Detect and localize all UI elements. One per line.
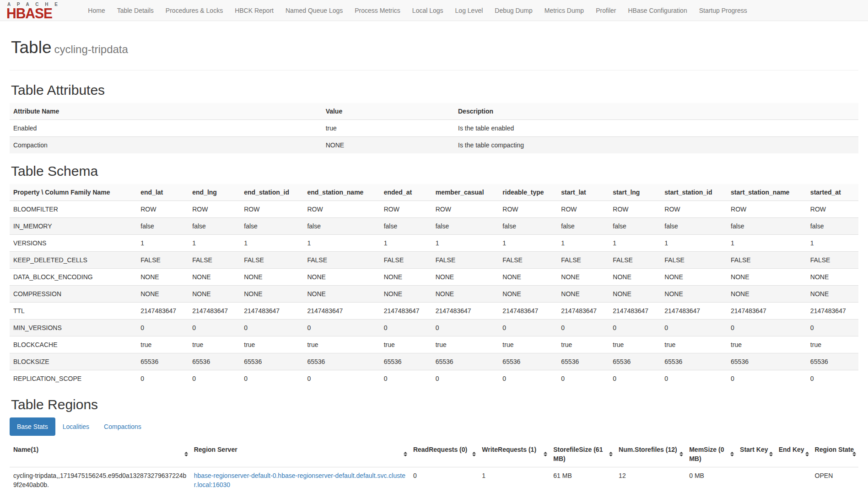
schema-value-cell: false (609, 217, 661, 234)
tab-localities[interactable]: Localities (55, 417, 97, 436)
nav-item-hbck-report[interactable]: HBCK Report (229, 7, 280, 14)
schema-value-cell: NONE (432, 285, 499, 302)
attributes-column-header: Description (454, 103, 858, 120)
schema-property-cell: VERSIONS (10, 234, 137, 251)
schema-column-header: end_station_id (240, 184, 303, 201)
regions-column-header-memsize-0-mb[interactable]: MemSize (0 MB) (685, 441, 736, 467)
nav-item-startup-progress[interactable]: Startup Progress (693, 7, 753, 14)
start-key-cell (736, 467, 775, 493)
schema-value-cell: FALSE (609, 251, 661, 268)
sort-icon[interactable] (805, 452, 809, 456)
table-row: BLOCKSIZE6553665536655366553665536655366… (10, 353, 858, 370)
regions-column-header-end-key[interactable]: End Key (775, 441, 811, 467)
schema-value-cell: false (661, 217, 727, 234)
regions-column-header-region-server[interactable]: Region Server (190, 441, 410, 467)
nav-item-metrics-dump[interactable]: Metrics Dump (539, 7, 590, 14)
sort-up-arrow-icon (472, 452, 476, 454)
nav-item-process-metrics[interactable]: Process Metrics (349, 7, 406, 14)
schema-value-cell: FALSE (807, 251, 858, 268)
regions-column-header-start-key[interactable]: Start Key (736, 441, 775, 467)
schema-value-cell: ROW (137, 200, 189, 217)
schema-value-cell: ROW (189, 200, 240, 217)
sort-icon[interactable] (544, 452, 547, 456)
attributes-column-header: Attribute Name (10, 103, 322, 120)
sort-down-arrow-icon (544, 455, 547, 456)
regions-column-header-num-storefiles-12[interactable]: Num.Storefiles (12) (615, 441, 685, 467)
region-server-link[interactable]: hbase-regionserver-default-0.hbase-regio… (194, 472, 405, 488)
schema-value-cell: NONE (609, 285, 661, 302)
sort-icon[interactable] (730, 452, 734, 456)
regions-heading: Table Regions (11, 397, 858, 412)
tab-base-stats[interactable]: Base Stats (10, 417, 55, 436)
regions-column-label: End Key (779, 446, 804, 453)
schema-value-cell: 65536 (727, 353, 807, 370)
schema-value-cell: true (240, 336, 303, 353)
schema-value-cell: FALSE (303, 251, 380, 268)
schema-value-cell: true (727, 336, 807, 353)
schema-value-cell: false (189, 217, 240, 234)
schema-column-header: rideable_type (499, 184, 557, 201)
schema-value-cell: 0 (303, 319, 380, 336)
schema-value-cell: 0 (609, 370, 661, 387)
nav-item-named-queue-logs[interactable]: Named Queue Logs (280, 7, 349, 14)
sort-icon[interactable] (472, 452, 476, 456)
schema-value-cell: 2147483647 (661, 302, 727, 319)
hbase-logo[interactable]: A P A C H E HBASE (4, 1, 63, 20)
schema-value-cell: 2147483647 (609, 302, 661, 319)
nav-item-home[interactable]: Home (82, 7, 111, 14)
sort-icon[interactable] (769, 452, 773, 456)
schema-column-header: start_station_id (661, 184, 727, 201)
nav-item-procedures-locks[interactable]: Procedures & Locks (160, 7, 229, 14)
schema-value-cell: true (432, 336, 499, 353)
sort-down-arrow-icon (609, 455, 613, 456)
regions-column-header-readrequests-0[interactable]: ReadRequests (0) (410, 441, 478, 467)
end-key-cell (775, 467, 811, 493)
schema-value-cell: FALSE (380, 251, 432, 268)
region-state-cell: OPEN (811, 467, 858, 493)
schema-value-cell: ROW (661, 200, 727, 217)
sort-icon[interactable] (404, 452, 407, 456)
schema-value-cell: 0 (807, 370, 858, 387)
regions-column-header-writerequests-1[interactable]: WriteRequests (1) (478, 441, 550, 467)
schema-value-cell: NONE (609, 268, 661, 285)
regions-column-label: Name(1) (13, 446, 38, 453)
regions-column-header-storefilesize-61-mb[interactable]: StorefileSize (61 MB) (550, 441, 615, 467)
regions-column-header-region-state[interactable]: Region State (811, 441, 858, 467)
schema-value-cell: FALSE (661, 251, 727, 268)
nav-item-table-details[interactable]: Table Details (111, 7, 160, 14)
schema-value-cell: NONE (432, 268, 499, 285)
sort-up-arrow-icon (730, 452, 734, 454)
nav-item-profiler[interactable]: Profiler (590, 7, 622, 14)
table-row: KEEP_DELETED_CELLSFALSEFALSEFALSEFALSEFA… (10, 251, 858, 268)
regions-header: Name(1)Region ServerReadRequests (0)Writ… (10, 441, 858, 467)
schema-value-cell: false (807, 217, 858, 234)
schema-value-cell: NONE (240, 268, 303, 285)
schema-value-cell: 2147483647 (557, 302, 609, 319)
table-attributes: Attribute NameValueDescription Enabledtr… (10, 103, 858, 153)
nav-item-log-level[interactable]: Log Level (449, 7, 489, 14)
schema-value-cell: 2147483647 (499, 302, 557, 319)
nav-item-hbase-configuration[interactable]: HBase Configuration (622, 7, 693, 14)
schema-column-header: end_lng (189, 184, 240, 201)
schema-value-cell: NONE (380, 285, 432, 302)
regions-column-label: Num.Storefiles (12) (619, 446, 677, 453)
nav-item-debug-dump[interactable]: Debug Dump (489, 7, 539, 14)
schema-value-cell: true (380, 336, 432, 353)
tab-compactions[interactable]: Compactions (97, 417, 149, 436)
schema-value-cell: false (380, 217, 432, 234)
sort-icon[interactable] (679, 452, 683, 456)
regions-column-label: Region Server (194, 446, 237, 453)
schema-value-cell: FALSE (432, 251, 499, 268)
sort-icon[interactable] (852, 452, 856, 456)
regions-column-header-name-1[interactable]: Name(1) (10, 441, 190, 467)
schema-value-cell: 0 (303, 370, 380, 387)
schema-column-header: start_lng (609, 184, 661, 201)
sort-icon[interactable] (184, 452, 188, 456)
schema-value-cell: NONE (727, 268, 807, 285)
schema-value-cell: ROW (380, 200, 432, 217)
sort-icon[interactable] (609, 452, 613, 456)
schema-value-cell: 0 (137, 319, 189, 336)
schema-value-cell: true (303, 336, 380, 353)
schema-value-cell: 1 (661, 234, 727, 251)
nav-item-local-logs[interactable]: Local Logs (406, 7, 449, 14)
